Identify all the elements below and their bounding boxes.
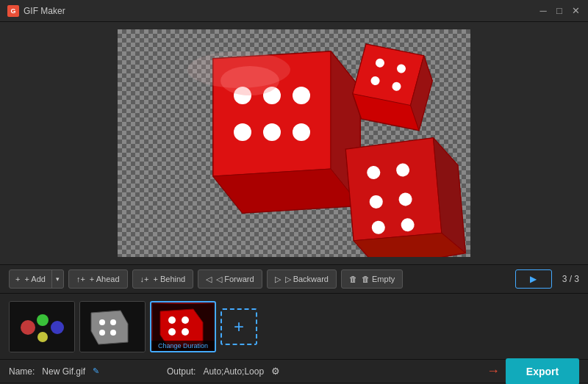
name-value: New Gif.gif [42,366,85,377]
play-button[interactable]: ▶ [515,269,552,289]
svg-rect-29 [10,302,75,352]
frame-item[interactable]: 1.00s [9,301,75,352]
forward-icon: ◁ [206,275,212,284]
add-dropdown-button[interactable]: ▾ [52,270,63,288]
toolbar: + + Add ▾ ↑+ + Ahead ↓+ + Behind ◁ ◁ For… [0,264,588,294]
name-output-row: Name: New Gif.gif ✎ Output: Auto;Auto;Lo… [0,360,588,383]
title-bar-text: GIF Maker [24,6,538,16]
svg-marker-19 [345,138,442,241]
behind-button[interactable]: ↓+ + Behind [132,269,194,289]
add-label: + Add [24,275,45,283]
add-button-group[interactable]: + + Add ▾ [9,269,64,289]
bottom-section: Name: New Gif.gif ✎ Output: Auto;Auto;Lo… [0,360,588,384]
empty-button[interactable]: 🗑 🗑 Empty [341,269,403,289]
svg-point-37 [110,319,116,325]
forward-button[interactable]: ◁ ◁ Forward [198,269,262,289]
minimize-button[interactable]: ─ [538,6,548,16]
title-bar-controls: ─ □ ✕ [538,6,581,16]
add-frame-button[interactable]: + [220,308,257,345]
svg-point-9 [293,123,310,141]
preview-canvas [118,29,470,257]
add-icon: + [15,275,20,283]
gear-icon[interactable]: ⚙ [271,366,280,377]
svg-point-45 [182,328,189,336]
svg-point-7 [234,123,251,141]
backward-icon: ▷ [275,275,281,284]
frame-thumb-svg-1 [10,302,75,352]
svg-point-38 [99,330,105,336]
svg-marker-35 [91,311,128,344]
frame-item-active[interactable]: 1.00s ✕ Change Duration [150,301,216,352]
svg-point-32 [51,321,64,334]
frame-thumb-svg-2 [80,302,146,352]
frame-change-duration-label[interactable]: Change Duration [151,341,215,351]
frame-counter: 3 / 3 [562,274,579,284]
svg-point-42 [168,316,176,324]
export-area: → Export [284,358,579,385]
svg-point-33 [37,332,48,342]
name-label: Name: [9,366,35,377]
svg-point-39 [110,330,116,336]
frame-item[interactable]: 1.00s [79,301,146,352]
svg-point-28 [187,51,290,88]
ahead-icon: ↑+ [76,275,85,283]
add-main-button[interactable]: + + Add [10,270,52,288]
svg-point-6 [293,87,310,104]
svg-point-43 [182,316,189,324]
app-icon: G [7,5,19,17]
title-bar: G GIF Maker ─ □ ✕ [0,0,588,22]
svg-point-30 [21,320,35,335]
restore-button[interactable]: □ [554,6,564,16]
svg-point-31 [37,314,49,326]
svg-point-44 [168,328,176,336]
behind-icon: ↓+ [140,275,149,283]
svg-point-8 [263,123,281,141]
svg-point-36 [99,319,105,325]
export-button[interactable]: Export [506,358,579,385]
dice-preview [118,29,470,257]
close-button[interactable]: ✕ [570,6,581,16]
backward-button[interactable]: ▷ ▷ Backward [267,269,337,289]
export-arrow-icon: → [487,363,500,379]
output-label: Output: [167,366,196,377]
edit-icon[interactable]: ✎ [93,366,99,376]
trash-icon: 🗑 [349,275,357,283]
ahead-button[interactable]: ↑+ + Ahead [68,269,128,289]
preview-area [0,22,588,264]
frame-strip: 1.00s 1.00s 1.00s ✕ [0,294,588,360]
output-value: Auto;Auto;Loop [203,366,264,377]
play-icon: ▶ [530,274,537,284]
